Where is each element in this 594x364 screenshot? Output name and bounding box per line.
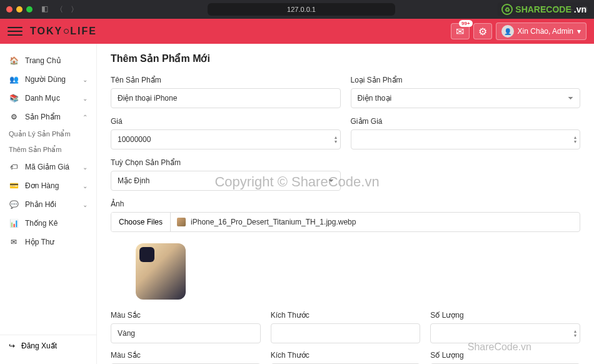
sidebar-label: Đơn Hàng [25,181,59,190]
file-thumbnail-icon [177,218,186,226]
greeting-text: Xin Chào, Admin [518,27,573,36]
label-discount: Giảm Giá [351,117,581,126]
sidebar-item-mailbox[interactable]: ✉ Hộp Thư [0,233,96,251]
choose-files-button[interactable]: Choose Files [111,213,171,231]
image-preview [136,243,186,300]
sidebar-label: Sản Phẩm [25,113,61,121]
file-name-text: iPhone_16_Pro_Desert_Titanium_TH_1.jpg.w… [191,218,356,226]
discount-input[interactable] [351,129,581,149]
mail-button[interactable]: ✉ 99+ [451,23,470,39]
logo-text-1: TOKY [30,26,63,37]
back-icon[interactable]: 〈 [56,4,63,15]
chart-icon: 📊 [9,219,19,228]
sidebar-sub-add-product[interactable]: Thêm Sản Phẩm [0,142,96,158]
label-color: Màu Sắc [111,311,261,320]
label-option: Tuỳ Chọn Sản Phẩm [111,158,341,167]
chevron-down-icon: ⌄ [83,201,88,208]
sidebar-logout[interactable]: ↪ Đăng Xuất [0,335,96,356]
chevron-down-icon: ⌄ [83,164,88,171]
sidebar-label: Người Dùng [25,75,66,84]
window-controls [6,6,33,13]
sidebar-item-products[interactable]: ⚙ Sản Phẩm ⌃ [0,108,96,126]
tag-icon: 🏷 [9,163,19,171]
chevron-down-icon: ⌄ [83,183,88,190]
color-input-0[interactable] [111,323,261,343]
label-price: Giá [111,117,341,126]
label-product-name: Tên Sản Phẩm [111,76,341,84]
product-name-input[interactable] [111,88,341,108]
users-icon: 👥 [9,75,19,84]
label-color: Màu Sắc [111,351,261,360]
sharecode-tld: .vn [574,4,586,14]
label-product-type: Loại Sản Phẩm [351,76,581,84]
browser-nav-icons: ◧ 〈 〉 [41,4,78,15]
sidebar-item-home[interactable]: 🏠 Trang Chủ [0,51,96,70]
sidebar-item-categories[interactable]: 📚 Danh Mục ⌄ [0,89,96,108]
close-window-icon[interactable] [6,6,13,13]
brand-logo[interactable]: TOKY LIFE [30,26,97,37]
logout-icon: ↪ [9,341,15,350]
sharecode-brand: SHARECODE [515,4,571,14]
sidebar-toggle-icon[interactable]: ◧ [41,4,48,15]
file-name-display: iPhone_16_Pro_Desert_Titanium_TH_1.jpg.w… [171,213,362,231]
chevron-up-icon: ⌃ [83,114,88,121]
stepper-icon[interactable]: ▴▾ [574,135,576,144]
option-select[interactable]: Mặc Định [111,171,341,191]
sidebar-item-orders[interactable]: 💳 Đơn Hàng ⌄ [0,176,96,195]
url-bar: 127.0.0.1 [82,3,521,16]
sidebar-item-users[interactable]: 👥 Người Dùng ⌄ [0,70,96,89]
app-header: TOKY LIFE ✉ 99+ ⚙ 👤 Xin Chào, Admin ▾ [0,19,594,44]
layers-icon: 📚 [9,94,19,103]
sidebar-item-stats[interactable]: 📊 Thống Kê [0,214,96,233]
logo-text-2: LIFE [70,26,97,37]
sharecode-watermark-badge: ♻ SHARECODE.vn [498,3,590,16]
chevron-down-icon: ▾ [577,27,581,36]
main-content: Thêm Sản Phẩm Mới Tên Sản Phẩm Loại Sản … [97,44,594,364]
stepper-icon[interactable]: ▴▾ [574,329,576,338]
chevron-down-icon: ⌄ [83,95,88,102]
url-field[interactable]: 127.0.0.1 [208,3,395,16]
sidebar-label: Đăng Xuất [21,341,57,350]
label-size: Kích Thước [271,311,421,320]
notification-badge: 99+ [459,20,473,27]
chat-icon: 💬 [9,200,19,209]
avatar-icon: 👤 [501,25,514,38]
sidebar-sub-manage-products[interactable]: Quản Lý Sản Phẩm [0,126,96,142]
recycle-icon: ♻ [501,4,513,15]
minimize-window-icon[interactable] [16,6,23,13]
card-icon: 💳 [9,181,19,190]
sidebar-item-discount[interactable]: 🏷 Mã Giảm Giá ⌄ [0,158,96,176]
sidebar-label: Mã Giảm Giá [25,163,69,171]
sidebar-label: Thống Kê [25,219,58,228]
settings-button[interactable]: ⚙ [473,23,492,39]
file-input-row: Choose Files iPhone_16_Pro_Desert_Titani… [111,212,580,232]
label-quantity: Số Lượng [430,311,580,320]
label-size: Kích Thước [271,351,421,360]
sidebar: 🏠 Trang Chủ 👥 Người Dùng ⌄ 📚 Danh Mục ⌄ … [0,44,97,364]
hamburger-menu-icon[interactable] [8,24,23,39]
sidebar-label: Trang Chủ [25,56,61,65]
forward-icon[interactable]: 〉 [71,4,78,15]
label-image: Ảnh [111,200,580,208]
mail-icon: ✉ [9,238,19,246]
envelope-icon: ✉ [456,26,464,38]
stepper-icon[interactable]: ▴▾ [335,135,337,144]
header-actions: ✉ 99+ ⚙ 👤 Xin Chào, Admin ▾ [451,23,586,40]
size-input-0[interactable] [271,323,421,343]
product-type-select[interactable]: Điện thoại [351,88,581,108]
sidebar-label: Hộp Thư [25,238,54,246]
chevron-down-icon: ⌄ [83,76,88,83]
user-menu[interactable]: 👤 Xin Chào, Admin ▾ [496,23,586,40]
price-input[interactable] [111,129,341,149]
maximize-window-icon[interactable] [26,6,33,13]
sidebar-label: Phản Hồi [25,200,56,209]
sidebar-item-feedback[interactable]: 💬 Phản Hồi ⌄ [0,195,96,214]
page-title: Thêm Sản Phẩm Mới [111,53,580,64]
quantity-input-0[interactable] [430,323,580,343]
browser-chrome: ◧ 〈 〉 127.0.0.1 ᯤ ↻ ⇧ ＋ ⧉ ♻ SHARECODE.vn [0,0,594,19]
settings-icon: ⚙ [9,113,19,121]
home-icon: 🏠 [9,56,19,65]
label-quantity: Số Lượng [430,351,580,360]
logo-dot-icon [64,29,69,34]
gear-icon: ⚙ [478,26,487,38]
